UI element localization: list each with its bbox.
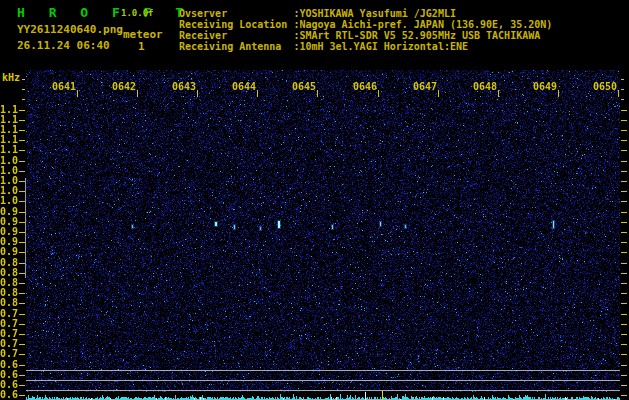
app-version: 1.0.0f [121, 8, 154, 18]
freq-tick-right [621, 191, 627, 192]
freq-tick-right [621, 242, 627, 243]
freq-tick-left [19, 283, 25, 284]
freq-tick-label: 0.7 [0, 348, 18, 359]
freq-tick-left [19, 375, 25, 376]
freq-tick-left [19, 354, 25, 355]
freq-tick-right [621, 161, 627, 162]
station-info-row: Receiving Location :Nagoya Aichi-pref. J… [179, 19, 552, 30]
station-info-row: Receiver :SMArt RTL-SDR V5 52.905MHz USB… [179, 30, 552, 41]
freq-tick-left [19, 222, 25, 223]
freq-tick-left [19, 120, 25, 121]
time-tick [618, 90, 619, 97]
freq-unit-label: kHz [2, 72, 20, 83]
freq-tick-left [19, 191, 25, 192]
time-tick-label: 0645 [282, 81, 316, 92]
freq-tick-left [19, 252, 25, 253]
freq-tick-right [621, 120, 627, 121]
freq-tick-right [621, 222, 627, 223]
freq-tick-left [19, 263, 25, 264]
freq-tick-right [621, 252, 627, 253]
station-info-row: Receiving Antenna :10mH 3el.YAGI Horizon… [179, 41, 552, 52]
freq-tick-right [621, 99, 624, 100]
time-tick [438, 90, 439, 97]
time-tick-label: 0642 [102, 81, 136, 92]
time-tick-label: 0649 [523, 81, 557, 92]
time-tick [558, 90, 559, 97]
freq-tick-label: 0.9 [0, 246, 18, 257]
freq-tick-right [621, 293, 627, 294]
freq-tick-right [621, 140, 627, 141]
freq-tick-left [19, 130, 25, 131]
freq-tick-left [19, 303, 25, 304]
time-tick [257, 90, 258, 97]
freq-tick-right [621, 375, 627, 376]
time-tick [77, 90, 78, 97]
freq-tick-left [19, 212, 25, 213]
freq-tick-right [621, 110, 627, 111]
freq-tick-right [621, 79, 624, 80]
freq-tick-left [19, 344, 25, 345]
freq-tick-left [22, 99, 25, 100]
time-tick [137, 90, 138, 97]
time-tick-label: 0643 [162, 81, 196, 92]
freq-tick-label: 1.1 [0, 144, 18, 155]
freq-tick-left [19, 181, 25, 182]
freq-tick-right [621, 283, 627, 284]
freq-tick-right [621, 171, 627, 172]
freq-tick-left [19, 293, 25, 294]
freq-tick-right [621, 395, 627, 396]
freq-tick-left [19, 395, 25, 396]
freq-tick-label: 0.8 [0, 297, 18, 308]
freq-tick-left [19, 161, 25, 162]
freq-tick-left [19, 150, 25, 151]
date-time: 26.11.24 06:40 [17, 39, 110, 52]
time-tick [498, 90, 499, 97]
time-tick-label: 0646 [343, 81, 377, 92]
freq-tick-right [621, 130, 627, 131]
detection-band-marker [25, 178, 26, 278]
freq-tick-label: 1.0 [0, 195, 18, 206]
freq-tick-left [19, 242, 25, 243]
freq-tick-right [621, 150, 627, 151]
station-info-block: Ovserver :YOSHIKAWA Yasufumi /JG2MLIRece… [179, 8, 552, 52]
freq-tick-right [621, 303, 627, 304]
freq-tick-left [22, 89, 25, 90]
freq-tick-right [621, 385, 627, 386]
time-tick-label: 0644 [222, 81, 256, 92]
freq-tick-left [19, 273, 25, 274]
freq-tick-left [19, 140, 25, 141]
freq-tick-left [19, 110, 25, 111]
freq-tick-left [19, 334, 25, 335]
freq-tick-right [621, 334, 627, 335]
freq-tick-left [19, 314, 25, 315]
freq-tick-right [621, 273, 627, 274]
time-tick [378, 90, 379, 97]
freq-tick-right [621, 232, 627, 233]
freq-tick-right [621, 263, 627, 264]
freq-tick-right [621, 89, 624, 90]
freq-tick-left [19, 385, 25, 386]
time-tick-label: 0647 [403, 81, 437, 92]
time-tick-label: 0648 [463, 81, 497, 92]
freq-tick-right [621, 354, 627, 355]
freq-tick-left [19, 201, 25, 202]
freq-tick-left [19, 232, 25, 233]
freq-tick-right [621, 344, 627, 345]
freq-tick-right [621, 324, 627, 325]
freq-tick-left [19, 365, 25, 366]
freq-tick-right [621, 365, 627, 366]
spectrogram-canvas [26, 70, 620, 400]
station-info-row: Ovserver :YOSHIKAWA Yasufumi /JG2MLI [179, 8, 552, 19]
meteor-count: 1 [138, 40, 145, 53]
freq-tick-right [621, 314, 627, 315]
freq-tick-right [621, 181, 627, 182]
freq-tick-right [621, 212, 627, 213]
output-filename: YY2611240640.png [17, 23, 123, 36]
freq-tick-left [19, 171, 25, 172]
time-tick-label: 0641 [42, 81, 76, 92]
time-tick-label: 0650 [583, 81, 617, 92]
freq-tick-left [19, 324, 25, 325]
hrofft-screen: H R O F F T 1.0.0f YY2611240640.png mete… [0, 0, 629, 400]
time-tick [197, 90, 198, 97]
app-title: H R O F F T [17, 5, 191, 20]
